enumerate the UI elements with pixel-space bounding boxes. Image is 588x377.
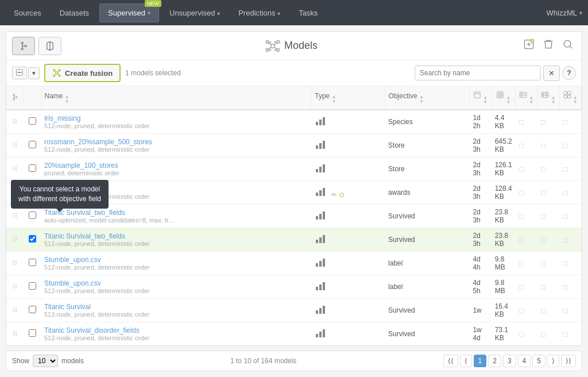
row-action2-icon[interactable]: □ — [541, 236, 546, 244]
row-checkbox-cell[interactable] — [24, 134, 41, 157]
row-status-icon[interactable]: ⊙ — [339, 191, 345, 199]
row-action3-icon[interactable]: □ — [563, 259, 567, 268]
th-objective[interactable]: Objective ▲▼ — [385, 86, 469, 110]
th-date[interactable]: ▲▼ — [469, 86, 491, 110]
model-name-link[interactable]: Stumble_upon.csv — [44, 256, 101, 264]
row-checkbox-cell[interactable] — [24, 157, 41, 181]
row-checkbox[interactable] — [29, 329, 36, 337]
row-action2-icon[interactable]: □ — [541, 283, 546, 291]
nav-supervised[interactable]: Supervised NEW ▾ — [99, 3, 159, 22]
list-view-btn[interactable] — [38, 37, 61, 55]
page-next-btn[interactable]: ⟩ — [547, 355, 559, 367]
row-action3-icon[interactable]: □ — [563, 330, 567, 338]
per-page-select[interactable]: 10 25 50 — [33, 355, 58, 367]
row-action1-icon[interactable]: □ — [519, 212, 524, 221]
nav-unsupervised[interactable]: Unsupervised ▾ — [161, 4, 228, 22]
nav-sources[interactable]: Sources — [6, 4, 49, 22]
row-checkbox[interactable] — [29, 141, 36, 148]
page-first-btn[interactable]: ⟨⟨ — [443, 355, 458, 367]
th-col7[interactable]: ▲▼ — [537, 86, 559, 110]
row-action3-icon[interactable]: □ — [563, 283, 567, 291]
row-action1-icon[interactable]: □ — [519, 165, 524, 174]
row-checkbox[interactable] — [29, 282, 36, 290]
new-model-btn[interactable] — [521, 36, 537, 55]
page-5-btn[interactable]: 5 — [532, 355, 546, 367]
select-dropdown-btn[interactable]: ▾ — [28, 67, 40, 79]
row-action1-icon[interactable]: □ — [519, 236, 524, 244]
page-4-btn[interactable]: 4 — [518, 355, 531, 367]
row-checkbox[interactable] — [29, 211, 36, 219]
delete-btn[interactable] — [540, 36, 556, 55]
row-action1-icon[interactable]: □ — [519, 259, 524, 268]
row-action2-icon[interactable]: □ — [541, 212, 546, 221]
th-col8[interactable]: ▲▼ — [559, 86, 581, 110]
row-checkbox[interactable] — [29, 235, 36, 243]
row-action2-icon[interactable]: □ — [541, 306, 546, 315]
select-all-btn[interactable] — [12, 67, 27, 79]
row-checkbox[interactable] — [29, 259, 36, 266]
search-clear-btn[interactable]: ✕ — [543, 66, 560, 81]
page-1-btn[interactable]: 1 — [474, 355, 487, 367]
nav-user[interactable]: WhizzML ▾ — [547, 9, 582, 17]
row-action3-icon[interactable]: □ — [563, 306, 567, 315]
row-action3-icon[interactable]: □ — [563, 118, 567, 126]
tree-view-btn[interactable] — [12, 37, 35, 55]
model-name-link[interactable]: 20%sample_100_stores — [44, 161, 118, 170]
th-type[interactable]: Type ▲▼ — [311, 86, 385, 110]
search-input[interactable] — [415, 66, 541, 80]
row-edit-icon[interactable]: ✏ — [331, 191, 337, 199]
page-prev-btn[interactable]: ⟨ — [460, 355, 472, 367]
row-action2-icon[interactable]: □ — [541, 165, 546, 174]
row-checkbox-cell[interactable] — [24, 228, 41, 252]
row-action1-icon[interactable]: □ — [519, 141, 524, 150]
search-help-btn[interactable]: ? — [562, 66, 576, 80]
row-checkbox[interactable] — [29, 306, 36, 313]
row-action2-icon[interactable]: □ — [541, 188, 546, 197]
model-name-link[interactable]: Titanic Survival_two_fields — [44, 232, 125, 240]
model-name-link[interactable]: Titanic Survival_disorder_fields — [44, 326, 140, 334]
nav-predictions[interactable]: Predictions ▾ — [230, 4, 288, 22]
svg-rect-45 — [319, 143, 322, 149]
page-last-btn[interactable]: ⟩⟩ — [561, 355, 576, 367]
model-name-link[interactable]: rossmann_20%sample_500_stores — [44, 138, 152, 146]
model-name-link[interactable]: Stumble_upon.csv — [44, 279, 101, 287]
row-action1-icon[interactable]: □ — [519, 330, 524, 338]
th-size[interactable]: ▲▼ — [492, 86, 516, 110]
row-checkbox[interactable] — [29, 164, 36, 172]
row-checkbox[interactable] — [29, 117, 36, 125]
nav-datasets[interactable]: Datasets — [52, 4, 97, 22]
row-action2-icon[interactable]: □ — [541, 259, 546, 268]
svg-point-65 — [13, 213, 14, 214]
row-action1-icon[interactable]: □ — [519, 283, 524, 291]
row-checkbox-cell[interactable] — [24, 275, 41, 299]
svg-rect-108 — [319, 308, 322, 314]
row-checkbox-cell[interactable] — [24, 322, 41, 346]
row-checkbox-cell[interactable] — [24, 299, 41, 322]
th-col6[interactable]: ▲▼ — [516, 86, 537, 110]
page-2-btn[interactable]: 2 — [488, 355, 501, 367]
row-action3-icon[interactable]: □ — [563, 165, 567, 174]
page-3-btn[interactable]: 3 — [503, 355, 516, 367]
th-sort[interactable] — [6, 86, 24, 110]
row-action3-icon[interactable]: □ — [563, 188, 567, 197]
row-action3-icon[interactable]: □ — [563, 236, 567, 244]
row-action1-cell: □ — [516, 134, 537, 157]
row-action2-icon[interactable]: □ — [541, 141, 546, 150]
create-fusion-button[interactable]: Create fusion — [44, 64, 121, 82]
model-name-link[interactable]: Iris_missing — [44, 114, 80, 122]
row-checkbox-cell[interactable] — [24, 252, 41, 275]
row-action3-icon[interactable]: □ — [563, 212, 567, 221]
row-checkbox-cell[interactable] — [24, 110, 41, 134]
model-name-link[interactable]: Titanic Survival — [44, 303, 91, 311]
row-action2-icon[interactable]: □ — [541, 118, 546, 126]
row-action3-icon[interactable]: □ — [563, 141, 567, 150]
row-action1-icon[interactable]: □ — [519, 306, 524, 315]
row-action2-icon[interactable]: □ — [541, 330, 546, 338]
row-action1-icon[interactable]: □ — [519, 118, 524, 126]
search-btn[interactable] — [560, 36, 576, 55]
svg-point-74 — [13, 237, 14, 238]
th-name[interactable]: Name ▲▼ — [41, 86, 311, 110]
row-action1-icon[interactable]: □ — [519, 188, 524, 197]
svg-point-31 — [13, 121, 14, 122]
nav-tasks[interactable]: Tasks — [291, 4, 326, 22]
